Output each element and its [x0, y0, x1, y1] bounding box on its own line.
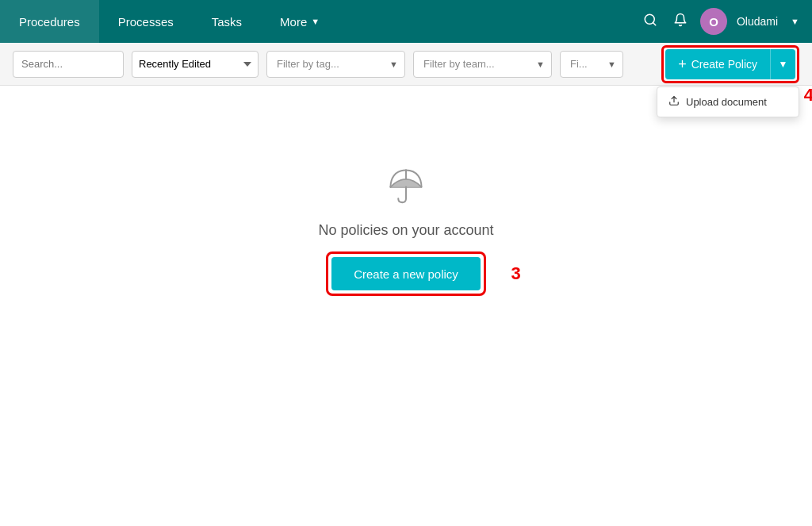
create-policy-dropdown-menu: Upload document — [657, 86, 799, 117]
create-policy-label: Create Policy — [691, 58, 757, 71]
search-input[interactable] — [13, 51, 124, 78]
nav-item-more[interactable]: More ▼ — [261, 0, 339, 43]
nav-right: O Oludami ▼ — [640, 8, 812, 35]
toolbar-right-actions: + Create Policy ▼ Up — [661, 45, 799, 83]
filter-tag-label: Filter by tag... — [277, 58, 339, 70]
annotation-3: 3 — [511, 263, 521, 284]
nav-items: Procedures Processes Tasks More ▼ — [0, 0, 640, 43]
nav-label-more: More — [280, 15, 307, 29]
filter-extra-chevron-icon: ▼ — [607, 60, 616, 69]
navbar: Procedures Processes Tasks More ▼ O Olud… — [0, 0, 812, 43]
nav-item-tasks[interactable]: Tasks — [193, 0, 261, 43]
upload-document-item[interactable]: Upload document — [657, 87, 799, 117]
plus-icon: + — [678, 57, 687, 71]
create-new-policy-button[interactable]: Create a new policy — [331, 257, 481, 290]
sort-select[interactable]: Recently Edited Alphabetical Recently Cr… — [132, 51, 259, 78]
empty-state: No policies on your account Create a new… — [318, 165, 493, 296]
filter-extra-label: Fi... — [570, 58, 588, 70]
filter-extra[interactable]: Fi... ▼ — [560, 51, 623, 78]
create-new-policy-label: Create a new policy — [354, 267, 458, 281]
filter-team-chevron-icon: ▼ — [536, 60, 545, 69]
main-content: No policies on your account Create a new… — [0, 86, 812, 296]
nav-label-procedures: Procedures — [19, 15, 80, 29]
nav-item-procedures[interactable]: Procedures — [0, 0, 99, 43]
dropdown-chevron-icon: ▼ — [779, 59, 788, 70]
upload-document-label: Upload document — [686, 96, 767, 108]
chevron-down-icon: ▼ — [311, 17, 320, 26]
avatar: O — [700, 8, 727, 35]
nav-label-processes: Processes — [118, 15, 174, 29]
nav-item-processes[interactable]: Processes — [99, 0, 193, 43]
user-chevron-icon: ▼ — [791, 17, 799, 26]
create-policy-wrapper: + Create Policy ▼ Up — [661, 45, 799, 83]
filter-team-label: Filter by team... — [423, 58, 495, 70]
create-policy-group: + Create Policy ▼ Up — [661, 45, 799, 83]
create-policy-dropdown-button[interactable]: ▼ — [770, 49, 795, 79]
filter-team[interactable]: Filter by team... ▼ — [413, 51, 552, 78]
empty-state-message: No policies on your account — [318, 222, 493, 239]
umbrella-icon — [385, 165, 427, 209]
bell-icon[interactable] — [670, 10, 691, 34]
annotation-4: 4 — [804, 85, 812, 106]
search-icon[interactable] — [640, 10, 661, 34]
nav-label-tasks: Tasks — [212, 15, 242, 29]
create-policy-button[interactable]: + Create Policy — [665, 49, 770, 79]
upload-icon — [668, 95, 680, 109]
filter-tag[interactable]: Filter by tag... ▼ — [266, 51, 405, 78]
avatar-initial: O — [709, 15, 718, 29]
create-new-policy-wrapper: Create a new policy 3 — [326, 251, 486, 296]
username[interactable]: Oludami — [737, 15, 778, 28]
create-new-policy-outline: Create a new policy — [326, 251, 486, 296]
filter-tag-chevron-icon: ▼ — [389, 60, 398, 69]
toolbar: Recently Edited Alphabetical Recently Cr… — [0, 43, 812, 86]
svg-line-1 — [653, 22, 655, 25]
